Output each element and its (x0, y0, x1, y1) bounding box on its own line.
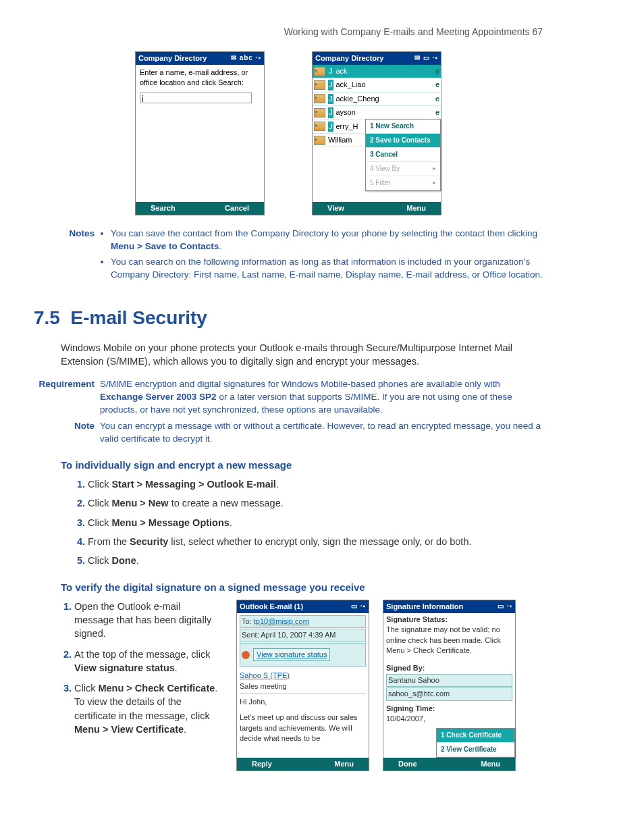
softkey-search[interactable]: Search (136, 202, 190, 215)
match-highlight: J (328, 66, 333, 76)
step-item: Click Menu > Check Certificate. To view … (74, 681, 223, 736)
message-text: Let's meet up and discuss our sales targ… (240, 712, 366, 744)
context-menu[interactable]: 1 Check Certificate2 View Certificate (436, 728, 515, 758)
match-highlight: J (328, 122, 333, 132)
submenu-arrow-icon: ▸ (433, 164, 436, 173)
note-label: Note (34, 420, 100, 446)
req-bold: Exchange Server 2003 SP2 (100, 392, 217, 402)
match-highlight: J (328, 107, 333, 118)
step-item: Click Start > Messaging > Outlook E-mail… (88, 477, 543, 491)
note-text: You can encrypt a message with or withou… (100, 420, 543, 446)
contact-name: ack (336, 66, 348, 76)
e-indicator: e (435, 66, 439, 76)
menu-item: 5 Filter▸ (366, 176, 440, 190)
menu-item[interactable]: 1 Check Certificate (437, 729, 514, 743)
directory-row[interactable]: ▪Jaysone (313, 106, 441, 120)
notes-block: Notes You can save the contact from the … (34, 228, 543, 284)
verify-section: Open the Outlook e-mail message that has… (61, 600, 543, 772)
step-item: Click Menu > New to create a new message… (88, 496, 543, 510)
company-directory-screens: Company Directory ✉ abc ·▪ Enter a name,… (34, 51, 543, 216)
phone-screen-signature-info: Signature Information ▭ ·▪ Signature Sta… (383, 600, 516, 772)
subheading-verify: To verify the digital signature on a sig… (61, 580, 543, 594)
context-menu[interactable]: 1 New Search2 Save to Contacts3 Cancel4 … (365, 119, 441, 191)
softkey-menu[interactable]: Menu (319, 758, 369, 771)
match-highlight: J (328, 94, 333, 104)
title-text: Company Directory (138, 53, 207, 63)
title-text: Company Directory (315, 53, 383, 63)
softkey-menu[interactable]: Menu (466, 758, 515, 771)
to-address[interactable]: tp10@misip.com (254, 617, 309, 625)
req-pre: S/MIME encryption and digital signatures… (100, 379, 500, 389)
section-title: E-mail Security (71, 307, 207, 328)
directory-row[interactable]: ▪Jacke (313, 65, 441, 78)
contact-name: ayson (336, 107, 356, 118)
titlebar: Outlook E-mail (1) ▭ ·▪ (237, 600, 369, 613)
phone-screen-directory-results: Company Directory ✉ ▭ ·▪ ▪Jacke▪Jack_Lia… (312, 51, 441, 216)
contact-name: ackie_Cheng (336, 94, 379, 104)
menu-item[interactable]: 3 Cancel (366, 148, 440, 162)
signing-time-label: Signing Time: (386, 704, 512, 714)
titlebar: Signature Information ▭ ·▪ (383, 600, 515, 613)
contact-name: William (328, 135, 352, 145)
softkey-bar: View Menu (313, 202, 441, 215)
contact-icon: ▪ (314, 108, 325, 118)
badge-icon (242, 651, 250, 659)
title-text: Outlook E-mail (1) (240, 602, 303, 612)
step-item: From the Security list, select whether t… (88, 535, 543, 548)
contact-icon: ▪ (314, 94, 325, 103)
contact-icon: ▪ (314, 67, 325, 76)
status-icons: ✉ ▭ ·▪ (414, 53, 438, 63)
status-icons: ▭ ·▪ (498, 602, 512, 611)
softkey-done[interactable]: Done (383, 758, 432, 771)
notes-list: You can save the contact from the Compan… (100, 228, 543, 284)
signed-by-label: Signed By: (386, 663, 512, 673)
section-number: 7.5 (34, 307, 60, 328)
verify-steps-list: Open the Outlook e-mail message that has… (74, 600, 223, 737)
e-indicator: e (435, 94, 439, 104)
softkey-reply[interactable]: Reply (237, 758, 287, 771)
directory-row[interactable]: ▪Jack_Liaoe (313, 78, 441, 92)
contact-icon: ▪ (314, 80, 325, 90)
requirement-text: S/MIME encryption and digital signatures… (100, 378, 543, 417)
notes-label: Notes (34, 228, 100, 284)
step-item: Open the Outlook e-mail message that has… (74, 600, 223, 641)
sign-encrypt-steps: Click Start > Messaging > Outlook E-mail… (74, 477, 543, 567)
to-line: To: tp10@misip.com (240, 615, 366, 628)
sent-line: Sent: April 10, 2007 4:39 AM (240, 629, 366, 642)
menu-item[interactable]: 1 New Search (366, 120, 440, 134)
note-item: You can save the contact from the Compan… (111, 228, 543, 253)
sig-info-body: Signature Status: The signature may not … (383, 613, 515, 758)
search-prompt: Enter a name, e-mail address, or office … (140, 68, 260, 88)
directory-row[interactable]: ▪Jackie_Chenge (313, 93, 441, 106)
menu-item[interactable]: 2 Save to Contacts (366, 134, 440, 148)
requirement-label: Requirement (34, 378, 100, 417)
titlebar: Company Directory ✉ abc ·▪ (136, 52, 264, 65)
view-signature-button[interactable]: View signature status (253, 648, 330, 661)
softkey-view[interactable]: View (313, 202, 359, 215)
softkey-bar: Search Cancel (136, 202, 264, 215)
contact-name: ack_Liao (336, 80, 366, 90)
status-icons: ✉ abc ·▪ (231, 53, 261, 63)
softkey-bar: Reply Menu (237, 758, 369, 771)
softkey-bar: Done Menu (383, 758, 515, 771)
phone-screen-outlook-email: Outlook E-mail (1) ▭ ·▪ To: tp10@misip.c… (236, 600, 369, 772)
softkey-menu[interactable]: Menu (392, 202, 441, 215)
softkey-cancel[interactable]: Cancel (210, 202, 264, 215)
search-input[interactable] (140, 93, 252, 103)
contact-name: erry_H (336, 122, 358, 132)
note-item: You can search on the following informat… (111, 256, 543, 282)
menu-item[interactable]: 2 View Certificate (437, 743, 514, 757)
contact-icon: ▪ (314, 122, 325, 131)
status-text: The signature may not be valid; no onlin… (386, 625, 512, 656)
page-header: Working with Company E-mails and Meeting… (34, 26, 543, 39)
greeting: Hi John, (240, 697, 366, 707)
phone-screen-directory-search: Company Directory ✉ abc ·▪ Enter a name,… (135, 51, 265, 216)
signed-by-email: sahoo_s@htc.com (386, 687, 512, 700)
from-name[interactable]: Sahoo S (TPE) (240, 671, 366, 681)
match-highlight: J (328, 80, 333, 90)
section-heading: 7.5 E-mail Security (34, 305, 543, 331)
subject-line: Sales meeting (240, 681, 366, 694)
note-block: Note You can encrypt a message with or w… (34, 420, 543, 446)
intro-paragraph: Windows Mobile on your phone protects yo… (61, 341, 543, 369)
titlebar: Company Directory ✉ ▭ ·▪ (313, 52, 441, 65)
